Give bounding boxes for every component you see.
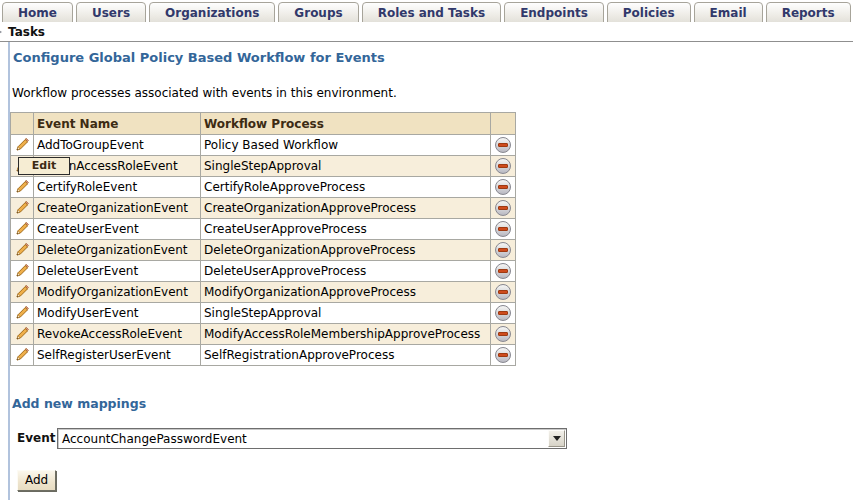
tab-organizations[interactable]: Organizations <box>149 2 275 23</box>
remove-cell <box>491 177 516 198</box>
remove-icon[interactable] <box>495 158 511 174</box>
table-row: ModifyOrganizationEventModifyOrganizatio… <box>11 282 516 303</box>
table-row: AddToGroupEventPolicy Based Workflow <box>11 135 516 156</box>
edit-pencil-icon[interactable] <box>15 243 29 257</box>
event-name-cell: RevokeAccessRoleEvent <box>34 324 201 345</box>
page-title: Configure Global Policy Based Workflow f… <box>13 50 385 65</box>
edit-tooltip: Edit <box>18 157 70 175</box>
remove-icon[interactable] <box>495 221 511 237</box>
tasks-bar: Tasks <box>0 22 853 42</box>
event-name-cell: ModifyOrganizationEvent <box>34 282 201 303</box>
table-row: ModifyUserEventSingleStepApproval <box>11 303 516 324</box>
edit-icon-cell <box>11 219 34 240</box>
remove-column-header <box>491 113 516 135</box>
edit-icon-cell <box>11 345 34 366</box>
event-name-cell: DeleteUserEvent <box>34 261 201 282</box>
workflow-process-cell: CreateUserApproveProcess <box>201 219 491 240</box>
tab-roles-and-tasks[interactable]: Roles and Tasks <box>362 2 501 23</box>
workflow-process-cell: CertifyRoleApproveProcess <box>201 177 491 198</box>
tab-policies[interactable]: Policies <box>607 2 691 23</box>
event-select[interactable]: AccountChangePasswordEvent <box>57 428 567 449</box>
tab-users[interactable]: Users <box>76 2 146 23</box>
workflow-process-cell: CreateOrganizationApproveProcess <box>201 198 491 219</box>
event-select-value: AccountChangePasswordEvent <box>58 432 547 446</box>
edit-column-header <box>11 113 34 135</box>
edit-icon-cell <box>11 261 34 282</box>
workflow-process-cell: ModifyAccessRoleMembershipApproveProcess <box>201 324 491 345</box>
page-description: Workflow processes associated with event… <box>12 86 397 100</box>
tab-groups[interactable]: Groups <box>278 2 358 23</box>
table-row: RevokeAccessRoleEventModifyAccessRoleMem… <box>11 324 516 345</box>
edit-pencil-icon[interactable] <box>15 264 29 278</box>
event-name-cell: ModifyUserEvent <box>34 303 201 324</box>
edit-pencil-icon[interactable] <box>15 306 29 320</box>
edit-icon-cell <box>11 135 34 156</box>
remove-icon[interactable] <box>495 137 511 153</box>
workflow-process-cell: ModifyOrganizationApproveProcess <box>201 282 491 303</box>
remove-cell <box>491 282 516 303</box>
tab-endpoints[interactable]: Endpoints <box>504 2 604 23</box>
event-name-cell: CreateOrganizationEvent <box>34 198 201 219</box>
edit-icon-cell <box>11 324 34 345</box>
edit-pencil-icon[interactable] <box>15 180 29 194</box>
remove-cell <box>491 219 516 240</box>
table-row: SelfRegisterUserEventSelfRegistrationApp… <box>11 345 516 366</box>
remove-cell <box>491 156 516 177</box>
workflow-process-cell: SingleStepApproval <box>201 156 491 177</box>
remove-cell <box>491 198 516 219</box>
remove-icon[interactable] <box>495 347 511 363</box>
tab-bar: HomeUsersOrganizationsGroupsRoles and Ta… <box>2 1 853 23</box>
event-name-column-header: Event Name <box>34 113 201 135</box>
edit-icon-cell <box>11 177 34 198</box>
add-button[interactable]: Add <box>17 470 56 491</box>
remove-icon[interactable] <box>495 326 511 342</box>
table-row: CreateUserEventCreateUserApproveProcess <box>11 219 516 240</box>
table-row: AssignAccessRoleEventSingleStepApproval <box>11 156 516 177</box>
event-name-cell: CreateUserEvent <box>34 219 201 240</box>
workflow-process-cell: SelfRegistrationApproveProcess <box>201 345 491 366</box>
remove-icon[interactable] <box>495 200 511 216</box>
remove-cell <box>491 324 516 345</box>
edit-pencil-icon[interactable] <box>15 222 29 236</box>
edit-pencil-icon[interactable] <box>15 285 29 299</box>
edit-icon-cell <box>11 282 34 303</box>
tasks-collapse-icon[interactable] <box>0 28 2 36</box>
table-row: DeleteUserEventDeleteUserApproveProcess <box>11 261 516 282</box>
event-name-cell: CertifyRoleEvent <box>34 177 201 198</box>
table-row: CertifyRoleEventCertifyRoleApproveProces… <box>11 177 516 198</box>
tab-email[interactable]: Email <box>694 2 763 23</box>
remove-cell <box>491 135 516 156</box>
remove-icon[interactable] <box>495 179 511 195</box>
tasks-breadcrumb[interactable]: Tasks <box>8 25 45 39</box>
event-name-cell: AddToGroupEvent <box>34 135 201 156</box>
table-row: DeleteOrganizationEventDeleteOrganizatio… <box>11 240 516 261</box>
edit-pencil-icon[interactable] <box>15 138 29 152</box>
table-header-row: Event Name Workflow Process <box>11 113 516 135</box>
workflow-process-column-header: Workflow Process <box>201 113 491 135</box>
remove-cell <box>491 240 516 261</box>
edit-pencil-icon[interactable] <box>15 201 29 215</box>
remove-icon[interactable] <box>495 284 511 300</box>
event-name-cell: SelfRegisterUserEvent <box>34 345 201 366</box>
event-name-cell: DeleteOrganizationEvent <box>34 240 201 261</box>
remove-icon[interactable] <box>495 263 511 279</box>
event-field-label: Event <box>17 431 55 445</box>
add-mappings-title: Add new mappings <box>12 396 146 411</box>
remove-icon[interactable] <box>495 305 511 321</box>
workflow-process-cell: SingleStepApproval <box>201 303 491 324</box>
tab-home[interactable]: Home <box>2 2 73 23</box>
chevron-down-icon[interactable] <box>548 430 565 447</box>
app-window: { "tabs": [ {"label": "Home", "active": … <box>0 0 853 500</box>
remove-icon[interactable] <box>495 242 511 258</box>
edit-pencil-icon[interactable] <box>15 327 29 341</box>
remove-cell <box>491 303 516 324</box>
workflow-process-cell: Policy Based Workflow <box>201 135 491 156</box>
edit-icon-cell <box>11 240 34 261</box>
remove-cell <box>491 345 516 366</box>
edit-pencil-icon[interactable] <box>15 348 29 362</box>
remove-cell <box>491 261 516 282</box>
event-workflow-table: Event Name Workflow Process AddToGroupEv… <box>10 112 516 366</box>
edit-icon-cell <box>11 303 34 324</box>
workflow-process-cell: DeleteUserApproveProcess <box>201 261 491 282</box>
tab-reports[interactable]: Reports <box>766 2 851 23</box>
